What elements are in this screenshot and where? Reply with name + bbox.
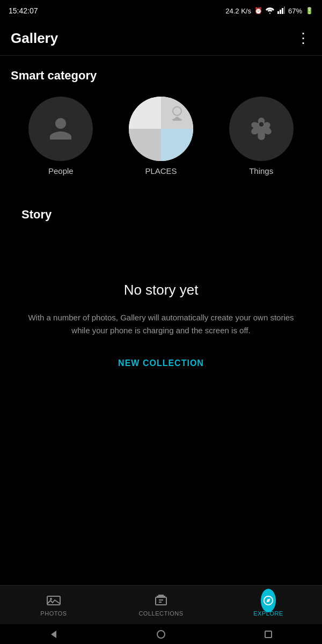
smart-category-title: Smart category [0, 56, 322, 91]
category-label-people: People [48, 166, 74, 175]
places-cell-1 [129, 97, 161, 129]
story-section: Story [0, 186, 322, 239]
svg-rect-1 [280, 10, 281, 14]
category-item-people[interactable]: People [28, 97, 93, 175]
svg-rect-2 [282, 8, 283, 14]
nav-label-explore: Explore [253, 610, 283, 617]
status-right: 24.2 K/s ⏰ 67% 🔋 [225, 6, 313, 16]
category-item-places[interactable]: PLACES [129, 97, 193, 175]
svg-marker-10 [51, 631, 56, 638]
flower-icon [248, 115, 275, 142]
system-navigation [0, 624, 322, 644]
svg-rect-0 [277, 11, 279, 14]
smart-category-section: Smart category People [0, 56, 322, 186]
svg-point-11 [157, 631, 165, 638]
network-speed: 24.2 K/s [225, 7, 251, 15]
status-bar: 15:42:07 24.2 K/s ⏰ 67% 🔋 [0, 0, 322, 21]
category-row: People [0, 91, 322, 186]
more-options-button[interactable]: ⋮ [296, 30, 311, 47]
alarm-icon: ⏰ [254, 7, 262, 14]
category-label-places: PLACES [145, 166, 177, 175]
nav-item-explore[interactable]: Explore [215, 593, 322, 617]
nav-label-collections: COLLECTIONS [138, 610, 183, 617]
svg-point-4 [173, 107, 181, 115]
no-story-title: No story yet [124, 282, 199, 298]
category-circle-places [129, 97, 193, 161]
battery-icon: 🔋 [305, 7, 313, 14]
signal-icon [277, 6, 285, 16]
no-story-description: With a number of photos, Gallery will au… [21, 311, 301, 337]
new-collection-button[interactable]: NEW COLLECTION [118, 358, 204, 368]
battery: 67% [288, 7, 302, 15]
recents-button[interactable] [263, 629, 274, 640]
places-cell-2 [161, 97, 193, 129]
app-header: Gallery ⋮ [0, 21, 322, 56]
places-thumbnail [129, 97, 193, 161]
nav-items-row: PHOTOS COLLECTIONS [0, 586, 322, 624]
home-button[interactable] [156, 629, 166, 640]
app-title: Gallery [11, 30, 58, 47]
category-circle-things [229, 97, 294, 161]
story-empty-state: No story yet With a number of photos, Ga… [0, 239, 322, 390]
bottom-navigation: PHOTOS COLLECTIONS [0, 585, 322, 644]
explore-circle [261, 589, 276, 612]
main-content: Smart category People [0, 56, 322, 390]
back-button[interactable] [48, 629, 59, 640]
category-label-things: Things [249, 166, 273, 175]
explore-icon [261, 593, 276, 608]
nav-item-photos[interactable]: PHOTOS [0, 593, 107, 617]
story-section-title: Story [11, 195, 311, 230]
person-icon [47, 115, 74, 142]
status-time: 15:42:07 [9, 6, 38, 15]
svg-rect-12 [265, 631, 272, 638]
places-cell-3 [129, 129, 161, 161]
nav-label-photos: PHOTOS [40, 610, 67, 617]
svg-point-6 [50, 598, 52, 600]
places-cell-4 [161, 129, 193, 161]
wifi-icon [266, 6, 274, 16]
photos-icon [46, 593, 61, 608]
category-item-things[interactable]: Things [229, 97, 294, 175]
svg-rect-7 [156, 597, 166, 605]
svg-rect-3 [284, 6, 285, 14]
nav-item-collections[interactable]: COLLECTIONS [107, 593, 215, 617]
category-circle-people [28, 97, 93, 161]
collections-icon [153, 593, 169, 608]
